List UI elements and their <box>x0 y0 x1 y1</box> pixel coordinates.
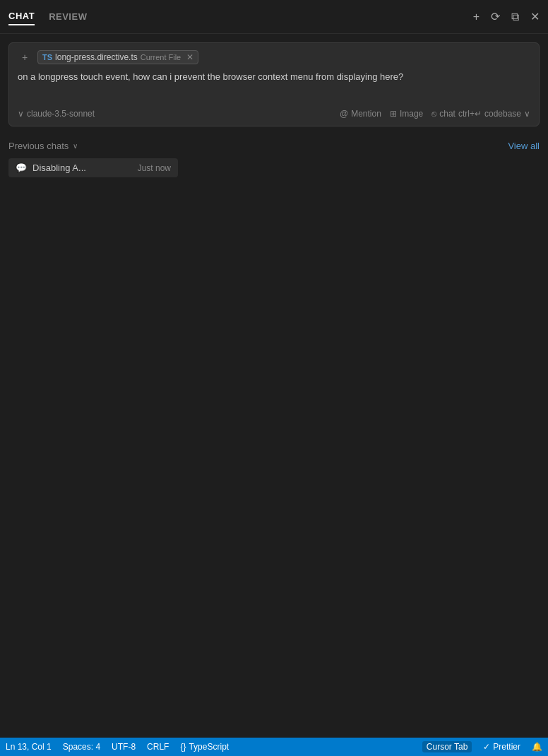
codebase-label: codebase <box>484 109 521 119</box>
file-tag-filename: long-press.directive.ts <box>55 52 138 62</box>
previous-chats-section: Previous chats ∨ View all 💬 Disabling A.… <box>8 141 540 177</box>
top-nav: CHAT REVIEW + ⟳ ⧉ ✕ <box>0 0 548 34</box>
mention-button[interactable]: @ Mention <box>340 109 381 119</box>
chat-label: chat <box>439 109 455 119</box>
prettier-name: Prettier <box>493 742 520 752</box>
model-selector[interactable]: ∨ claude-3.5-sonnet <box>18 109 95 119</box>
add-context-button[interactable]: + <box>18 50 32 64</box>
previous-chats-chevron: ∨ <box>73 142 78 150</box>
nav-actions: + ⟳ ⧉ ✕ <box>473 10 540 23</box>
previous-chats-label: Previous chats <box>8 141 68 151</box>
codebase-button[interactable]: ⎋ chat ctrl+↵ codebase ∨ <box>431 109 530 119</box>
view-all-button[interactable]: View all <box>508 141 540 151</box>
file-tag-close-button[interactable]: ✕ <box>186 52 193 62</box>
codebase-chevron: ∨ <box>524 109 530 119</box>
previous-chats-header: Previous chats ∨ View all <box>8 141 540 151</box>
prettier-icon: ✓ <box>483 742 490 752</box>
chat-text-input[interactable]: on a longpress touch event, how can i pr… <box>18 70 530 101</box>
chat-history-item[interactable]: 💬 Disabling A... Just now <box>8 158 178 177</box>
chat-history-title: Disabling A... <box>32 163 132 173</box>
mention-icon: @ <box>340 109 348 119</box>
close-icon[interactable]: ✕ <box>530 10 540 23</box>
chat-bubble-icon: 💬 <box>16 163 27 173</box>
chat-submit-icon: ⎋ <box>431 109 436 119</box>
status-spaces[interactable]: Spaces: 4 <box>63 742 100 752</box>
status-bar-right: Cursor Tab ✓ Prettier 🔔 <box>422 741 542 752</box>
tab-review[interactable]: REVIEW <box>49 8 87 25</box>
status-encoding[interactable]: UTF-8 <box>112 742 136 752</box>
language-icon: {} <box>180 742 186 752</box>
shortcut-label: ctrl+↵ <box>458 109 482 119</box>
add-chat-icon[interactable]: + <box>473 11 480 23</box>
main-content: + TS long-press.directive.ts Current Fil… <box>0 34 548 738</box>
language-label: TypeScript <box>189 742 229 752</box>
history-icon[interactable]: ⟳ <box>491 10 500 23</box>
status-line-ending[interactable]: CRLF <box>147 742 169 752</box>
file-tag[interactable]: TS long-press.directive.ts Current File … <box>37 50 198 64</box>
model-chevron: ∨ <box>18 109 24 119</box>
chat-input-header: + TS long-press.directive.ts Current Fil… <box>18 50 530 64</box>
image-button[interactable]: ⊞ Image <box>390 109 423 119</box>
split-icon[interactable]: ⧉ <box>511 11 519 23</box>
mention-label: Mention <box>351 109 381 119</box>
image-icon: ⊞ <box>390 109 397 119</box>
file-tag-ts-label: TS <box>42 53 52 61</box>
file-tag-badge: Current File <box>141 53 181 61</box>
status-bar: Ln 13, Col 1 Spaces: 4 UTF-8 CRLF {} Typ… <box>0 738 548 756</box>
status-position[interactable]: Ln 13, Col 1 <box>6 742 52 752</box>
tab-chat[interactable]: CHAT <box>8 8 35 25</box>
model-label: claude-3.5-sonnet <box>27 109 95 119</box>
previous-chats-title[interactable]: Previous chats ∨ <box>8 141 78 151</box>
chat-history-time: Just now <box>138 163 171 173</box>
prettier-label[interactable]: ✓ Prettier <box>483 742 520 752</box>
chat-input-container: + TS long-press.directive.ts Current Fil… <box>8 42 540 126</box>
nav-tabs: CHAT REVIEW <box>8 8 87 25</box>
bell-icon[interactable]: 🔔 <box>532 742 542 752</box>
status-language[interactable]: {} TypeScript <box>180 742 229 752</box>
chat-input-footer: ∨ claude-3.5-sonnet @ Mention ⊞ Image ⎋ … <box>18 109 530 119</box>
image-label: Image <box>400 109 423 119</box>
footer-actions: @ Mention ⊞ Image ⎋ chat ctrl+↵ codebase… <box>340 109 530 119</box>
cursor-tab-badge[interactable]: Cursor Tab <box>422 741 472 752</box>
